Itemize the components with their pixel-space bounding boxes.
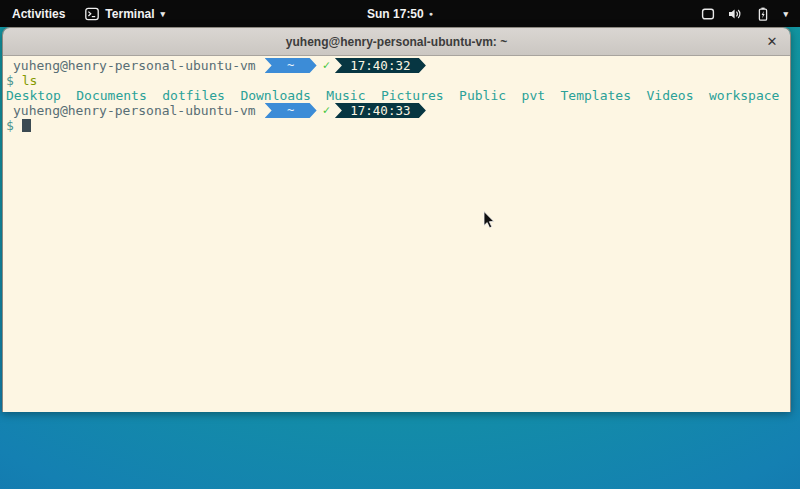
- status-check-icon: ✓: [323, 58, 330, 73]
- dir-item: Templates: [561, 88, 631, 103]
- terminal-app-icon: [85, 7, 99, 21]
- dir-item: Music: [326, 88, 365, 103]
- status-check-icon: ✓: [323, 103, 330, 118]
- dir-item: Downloads: [240, 88, 310, 103]
- app-menu-label: Terminal: [105, 7, 154, 21]
- powerline-time-segment-2: 17:40:33: [335, 103, 426, 118]
- dir-item: dotfiles: [162, 88, 225, 103]
- ls-output-line: Desktop Documents dotfiles Downloads Mus…: [3, 88, 790, 103]
- time-label-2: 17:40:33: [350, 103, 410, 118]
- app-menu-button[interactable]: Terminal ▾: [77, 0, 173, 27]
- clock-label: Sun 17:50: [367, 7, 424, 21]
- user-host-text: yuheng@henry-personal-ubuntu-vm: [13, 103, 256, 118]
- dir-item: Public: [459, 88, 506, 103]
- dir-item: pvt: [522, 88, 545, 103]
- powerline-cwd-segment: ~: [265, 103, 317, 118]
- battery-charging-icon: [756, 7, 770, 21]
- prompt-line-2: yuheng@henry-personal-ubuntu-vm ~ ✓ 17:4…: [3, 103, 790, 118]
- topbar: Activities Terminal ▾ Sun 17:50 ●: [0, 0, 800, 27]
- window-title: yuheng@henry-personal-ubuntu-vm: ~: [286, 35, 507, 49]
- command-text: ls: [22, 73, 38, 88]
- user-host-text: yuheng@henry-personal-ubuntu-vm: [13, 58, 256, 73]
- clock-button[interactable]: Sun 17:50 ●: [367, 7, 433, 21]
- status-chevron-down-icon: ▾: [783, 9, 788, 19]
- cwd-label: ~: [287, 58, 294, 73]
- command-line: $ ls: [3, 73, 790, 88]
- prompt-line-1: yuheng@henry-personal-ubuntu-vm ~ ✓ 17:4…: [3, 58, 790, 73]
- powerline-cwd-segment: ~: [265, 58, 317, 73]
- dir-item: Desktop: [6, 88, 61, 103]
- text-cursor-block: [22, 119, 31, 132]
- topbar-left: Activities Terminal ▾: [0, 0, 173, 27]
- terminal-content[interactable]: yuheng@henry-personal-ubuntu-vm ~ ✓ 17:4…: [3, 56, 790, 412]
- titlebar[interactable]: yuheng@henry-personal-ubuntu-vm: ~ ✕: [3, 28, 790, 56]
- activities-button[interactable]: Activities: [0, 0, 77, 27]
- close-icon: ✕: [767, 35, 778, 48]
- close-button[interactable]: ✕: [763, 33, 781, 51]
- activities-label: Activities: [12, 7, 65, 21]
- dir-item: workspace: [709, 88, 779, 103]
- terminal-window: yuheng@henry-personal-ubuntu-vm: ~ ✕ yuh…: [2, 27, 791, 412]
- dir-item: Pictures: [381, 88, 444, 103]
- volume-icon: [728, 7, 743, 21]
- display-icon: [701, 7, 715, 21]
- input-line[interactable]: $: [3, 118, 790, 133]
- app-menu-chevron-down-icon: ▾: [160, 9, 165, 19]
- notification-dot: ●: [429, 10, 433, 17]
- powerline-time-segment-1: 17:40:32: [335, 58, 426, 73]
- dir-item: Videos: [647, 88, 694, 103]
- prompt-symbol: $: [6, 73, 14, 88]
- system-status-menu[interactable]: ▾: [689, 0, 800, 27]
- dir-item: Documents: [76, 88, 146, 103]
- prompt-symbol: $: [6, 118, 14, 133]
- cwd-label: ~: [287, 103, 294, 118]
- time-label-1: 17:40:32: [350, 58, 410, 73]
- mouse-cursor: [483, 211, 495, 233]
